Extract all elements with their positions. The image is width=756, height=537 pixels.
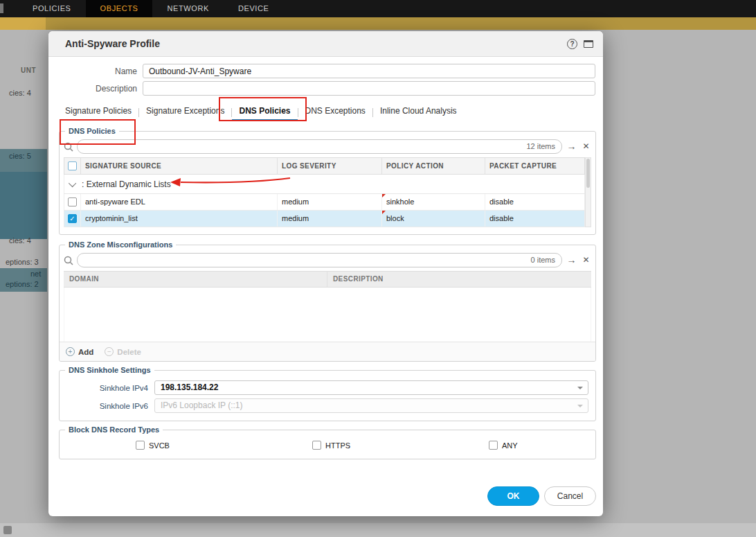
https-checkbox[interactable] [312,441,321,450]
svcb-checkbox[interactable] [136,441,145,450]
option-any: ANY [489,441,595,450]
block-dns-record-types-section: Block DNS Record Types SVCB HTTPS ANY [59,430,596,459]
col-packet-capture[interactable]: PACKET CAPTURE [485,158,584,174]
description-row: Description [48,81,595,96]
nav-item-network[interactable]: NETWORK [152,0,223,17]
cell-signature-source: cryptominin_list [81,211,278,227]
block-dns-section-title: Block DNS Record Types [65,425,163,434]
cell-policy-action[interactable]: sinkhole [382,194,485,210]
bg-row-fragment: eptions: 3 [6,258,39,266]
ok-button[interactable]: OK [487,486,539,506]
block-dns-options-row: SVCB HTTPS ANY [60,430,595,459]
nav-logo-fragment [0,3,3,13]
col-domain[interactable]: DOMAIN [64,272,327,287]
bg-column-header-fragment: UNT [21,67,36,74]
https-label: HTTPS [325,441,350,450]
cell-log-severity[interactable]: medium [278,211,382,227]
sinkhole-ipv4-row: Sinkhole IPv4 198.135.184.22 [65,371,588,395]
cell-packet-capture[interactable]: disable [485,211,584,227]
sinkhole-ipv4-label: Sinkhole IPv4 [65,384,148,392]
gold-toolbar-stripe [0,17,756,30]
any-checkbox[interactable] [489,441,498,450]
help-icon[interactable]: ? [567,39,577,49]
dns-zone-table-header: DOMAIN DESCRIPTION [64,271,591,288]
cell-log-severity[interactable]: medium [278,194,382,210]
col-log-severity[interactable]: LOG SEVERITY [278,158,382,174]
delete-button[interactable]: − Delete [105,347,141,356]
group-label: : External Dynamic Lists [82,179,171,189]
dialog-title: Anti-Spyware Profile [65,38,567,49]
dns-sinkhole-settings-section: DNS Sinkhole Settings Sinkhole IPv4 198.… [59,370,596,421]
svcb-label: SVCB [149,441,170,450]
dns-zone-search-row: 0 items → ✕ [64,254,591,267]
dns-zone-table-body-empty [64,288,591,342]
dns-zone-search-input[interactable]: 0 items [77,253,562,267]
name-row: Name [48,64,595,78]
tab-signature-policies[interactable]: Signature Policies [58,103,138,121]
chevron-down-icon[interactable] [69,179,76,186]
top-nav: POLICIES OBJECTS NETWORK DEVICE [0,0,756,17]
bg-row-fragment: eptions: 2 [6,280,39,288]
clear-filter-icon[interactable]: ✕ [581,254,591,267]
modified-marker [382,211,386,214]
plus-circle-icon: + [66,347,75,356]
row-checkbox[interactable] [68,214,77,223]
gold-toolbar-stripe-left [0,17,46,30]
bg-selected-row-block [0,172,47,239]
search-icon [64,142,73,152]
name-label: Name [48,67,137,76]
col-policy-action[interactable]: POLICY ACTION [382,158,485,174]
sinkhole-ipv6-row: Sinkhole IPv6 IPv6 Loopback IP (::1) [65,398,588,413]
option-svcb: SVCB [136,441,312,450]
cell-signature-source: anti-spyware EDL [81,194,278,210]
modified-marker [382,194,386,197]
cancel-button[interactable]: Cancel [544,486,596,506]
chevron-down-icon [577,387,583,389]
apply-filter-icon[interactable]: → [566,254,577,267]
dns-policies-table: SIGNATURE SOURCE LOG SEVERITY POLICY ACT… [64,157,591,227]
any-label: ANY [502,441,518,450]
bg-row-fragment: cies: 4 [9,89,31,97]
bg-row-fragment: net [30,270,41,278]
description-field[interactable] [143,81,595,96]
row-checkbox[interactable] [68,197,77,206]
minus-circle-icon: − [105,347,114,356]
chevron-down-icon [577,405,583,407]
nav-item-objects[interactable]: OBJECTS [86,0,153,17]
tab-dns-exceptions[interactable]: DNS Exceptions [298,103,372,121]
add-button[interactable]: + Add [66,347,93,356]
sinkhole-ipv4-select[interactable]: 198.135.184.22 [154,380,588,395]
tab-inline-cloud-analysis[interactable]: Inline Cloud Analysis [373,103,464,121]
table-row[interactable]: cryptominin_list medium block disable [64,211,585,227]
option-https: HTTPS [312,441,489,450]
tab-dns-policies[interactable]: DNS Policies [232,103,297,121]
bg-row-fragment: cies: 5 [9,152,31,160]
apply-filter-icon[interactable]: → [566,140,577,153]
sinkhole-ipv6-label: Sinkhole IPv6 [65,402,148,410]
table-row[interactable]: anti-spyware EDL medium sinkhole disable [64,194,585,211]
name-field[interactable] [143,64,595,78]
group-row-external-dynamic-lists[interactable]: : External Dynamic Lists [64,175,585,194]
select-all-checkbox[interactable] [68,161,77,170]
dns-policies-table-header: SIGNATURE SOURCE LOG SEVERITY POLICY ACT… [64,157,585,175]
dns-policies-section: DNS Policies 12 items → ✕ SIGNATURE SOUR… [59,131,596,235]
sinkhole-ipv6-select[interactable]: IPv6 Loopback IP (::1) [154,398,588,413]
dns-zone-item-count: 0 items [531,254,555,267]
cell-policy-action[interactable]: block [382,211,485,227]
dns-policies-search-row: 12 items → ✕ [64,140,591,153]
tab-signature-exceptions[interactable]: Signature Exceptions [139,103,231,121]
dns-sinkhole-section-title: DNS Sinkhole Settings [65,366,154,374]
scrollbar-thumb[interactable] [586,159,590,188]
clear-filter-icon[interactable]: ✕ [581,140,591,153]
dns-policies-search-input[interactable]: 12 items [77,139,562,154]
table-scrollbar[interactable] [585,157,591,227]
bg-row-fragment: cies: 4 [9,236,31,245]
cell-packet-capture[interactable]: disable [485,194,584,210]
dns-policies-section-title: DNS Policies [65,127,119,135]
bg-bottom-band [0,523,756,537]
window-restore-icon[interactable] [584,40,593,48]
nav-item-device[interactable]: DEVICE [224,0,284,17]
col-signature-source[interactable]: SIGNATURE SOURCE [81,158,278,174]
nav-item-policies[interactable]: POLICIES [18,0,86,17]
col-description[interactable]: DESCRIPTION [327,272,591,287]
